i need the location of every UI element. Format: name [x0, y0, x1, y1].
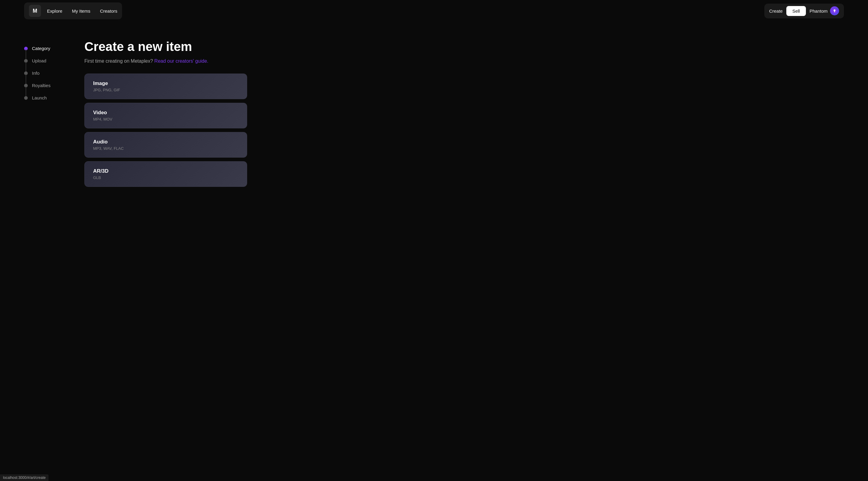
nav-links: Explore My Items Creators [47, 8, 117, 13]
category-list: Image JPG, PNG, GIF Video MP4, MOV Audio… [84, 73, 247, 187]
sell-button[interactable]: Sell [786, 6, 806, 16]
navbar-right: Create Sell Phantom [764, 4, 844, 19]
sidebar-item-category[interactable]: Category [24, 42, 60, 55]
sidebar-label-royalties: Royalties [32, 83, 51, 88]
subtitle-text: First time creating on Metaplex? [84, 59, 153, 64]
page-body: Create a new item First time creating on… [84, 40, 247, 187]
category-formats-ar3d: GLB [93, 175, 239, 180]
wallet-avatar [830, 6, 839, 15]
category-name-ar3d: AR/3D [93, 168, 239, 174]
sidebar-label-category: Category [32, 46, 50, 51]
sidebar-label-info: Info [32, 70, 39, 76]
category-name-video: Video [93, 110, 239, 116]
creators-guide-link[interactable]: Read our creators' guide. [154, 59, 208, 64]
category-formats-audio: MP3, WAV, FLAC [93, 146, 239, 151]
sidebar: Category Upload Info Royalties Launch [24, 40, 60, 187]
category-card-ar3d[interactable]: AR/3D GLB [84, 161, 247, 187]
page-subtitle: First time creating on Metaplex? Read ou… [84, 59, 247, 64]
navbar: M Explore My Items Creators Create Sell … [0, 0, 868, 22]
sidebar-label-upload: Upload [32, 58, 46, 63]
sidebar-label-launch: Launch [32, 95, 47, 100]
category-formats-image: JPG, PNG, GIF [93, 88, 239, 92]
logo[interactable]: M [29, 5, 41, 17]
wallet-label: Phantom [809, 8, 828, 13]
svg-rect-1 [834, 12, 835, 12]
sidebar-item-launch[interactable]: Launch [24, 92, 60, 104]
wallet-button[interactable]: Phantom [809, 6, 839, 15]
category-name-audio: Audio [93, 139, 239, 145]
sidebar-item-upload[interactable]: Upload [24, 55, 60, 67]
category-card-image[interactable]: Image JPG, PNG, GIF [84, 73, 247, 99]
sidebar-item-info[interactable]: Info [24, 67, 60, 79]
status-bar: localhost:3000/#/art/create [0, 474, 49, 481]
sidebar-item-royalties[interactable]: Royalties [24, 79, 60, 92]
main-content: Category Upload Info Royalties Launch Cr… [0, 22, 868, 205]
status-url: localhost:3000/#/art/create [3, 476, 45, 480]
category-name-image: Image [93, 81, 239, 87]
navbar-left: M Explore My Items Creators [24, 2, 122, 19]
create-button[interactable]: Create [769, 8, 783, 13]
nav-creators[interactable]: Creators [100, 8, 118, 13]
category-formats-video: MP4, MOV [93, 117, 239, 122]
category-card-video[interactable]: Video MP4, MOV [84, 103, 247, 128]
category-card-audio[interactable]: Audio MP3, WAV, FLAC [84, 132, 247, 158]
nav-my-items[interactable]: My Items [72, 8, 90, 13]
nav-explore[interactable]: Explore [47, 8, 62, 13]
page-title: Create a new item [84, 40, 247, 54]
sidebar-dot-launch [24, 96, 28, 100]
